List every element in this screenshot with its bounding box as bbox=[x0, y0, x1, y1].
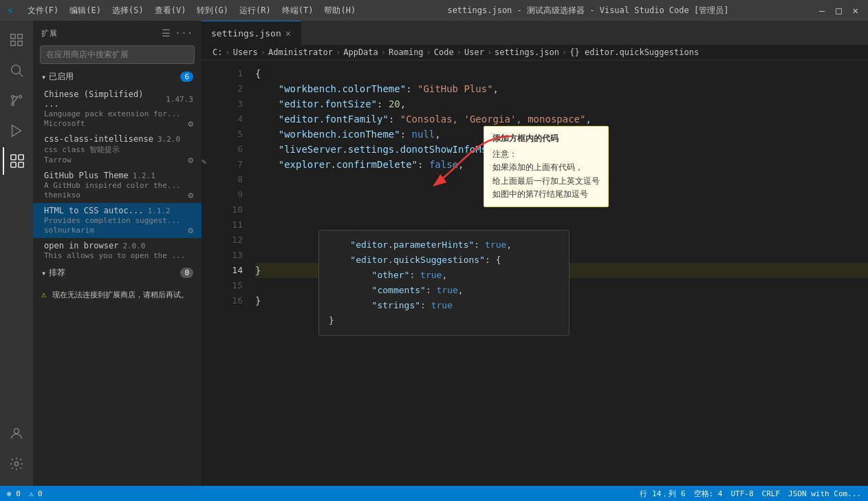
ext-publisher-html-css: solnurkarim bbox=[44, 226, 94, 235]
svg-point-6 bbox=[12, 96, 14, 98]
status-spaces[interactable]: 空格: 4 bbox=[694, 489, 723, 499]
menu-terminal[interactable]: 终端(T) bbox=[278, 3, 318, 18]
menu-file[interactable]: 文件(F) bbox=[23, 3, 63, 18]
svg-rect-16 bbox=[19, 162, 23, 167]
menu-select[interactable]: 选择(S) bbox=[108, 3, 148, 18]
chevron-right-icon: ▾ bbox=[41, 268, 46, 278]
sidebar-title: 扩展 bbox=[41, 28, 57, 39]
enabled-section-header[interactable]: ▾ 已启用 6 bbox=[33, 67, 202, 87]
popup-content: "editor.parameterHints": true, "editor.q… bbox=[319, 231, 569, 335]
ext-item-open-browser[interactable]: open in browser 2.0.0 This allows you to… bbox=[33, 238, 202, 263]
menu-edit[interactable]: 编辑(E) bbox=[65, 3, 105, 18]
line-num-7: 7 bbox=[215, 157, 250, 172]
line-num-5: 5 bbox=[215, 127, 250, 142]
status-language[interactable]: JSON with Com... bbox=[788, 489, 861, 498]
ext-name-github-theme: GitHub Plus Theme bbox=[44, 171, 129, 180]
tab-close-icon[interactable]: ✕ bbox=[285, 28, 291, 39]
ext-publisher-css-class: Tarrow bbox=[44, 156, 72, 164]
menu-goto[interactable]: 转到(G) bbox=[193, 3, 232, 18]
activity-extensions[interactable] bbox=[3, 147, 30, 175]
code-content[interactable]: { "workbench.colorTheme": "GitHub Plus",… bbox=[250, 61, 868, 486]
line-num-3: 3 bbox=[215, 96, 250, 111]
tab-label: settings.json bbox=[211, 28, 281, 39]
line-num-16: 16 bbox=[215, 293, 250, 308]
ext-gear-github-theme[interactable]: ⚙ bbox=[188, 190, 193, 200]
sidebar-header-icons: ☰ ··· bbox=[162, 28, 193, 39]
status-line-ending[interactable]: CRLF bbox=[762, 489, 781, 498]
line-num-1: 1 bbox=[215, 66, 250, 81]
ext-version-css-class: 3.2.0 bbox=[158, 135, 180, 144]
maximize-button[interactable]: □ bbox=[833, 5, 844, 16]
ext-desc-open-browser: This allows you to open the ... bbox=[44, 251, 193, 260]
svg-rect-15 bbox=[11, 162, 16, 167]
sidebar-header: 扩展 ☰ ··· bbox=[33, 21, 202, 43]
svg-point-7 bbox=[19, 96, 22, 98]
activity-account[interactable] bbox=[3, 420, 30, 447]
ext-gear-css-class[interactable]: ⚙ bbox=[188, 155, 193, 165]
enabled-badge: 6 bbox=[180, 72, 193, 82]
ext-name-open-browser: open in browser bbox=[44, 241, 118, 250]
activity-source-control[interactable] bbox=[3, 87, 30, 114]
annotation-box: 添加方框内的代码 注意： 如果添加的上面有代码， 给上面最后一行加上英文逗号 如… bbox=[484, 126, 609, 207]
ext-item-github-theme[interactable]: GitHub Plus Theme 1.2.1 A GitHub inspire… bbox=[33, 168, 202, 203]
ext-desc-chinese: Language pack extension for... bbox=[44, 109, 193, 118]
status-position[interactable]: 行 14，列 6 bbox=[640, 489, 685, 499]
status-errors[interactable]: ⊗ 0 bbox=[7, 489, 21, 498]
svg-point-8 bbox=[12, 103, 14, 106]
annotation-title: 添加方框内的代码 bbox=[492, 132, 600, 145]
activity-debug[interactable] bbox=[3, 117, 30, 145]
annotation-note-label: 注意： bbox=[492, 148, 600, 161]
activity-search[interactable] bbox=[3, 56, 30, 84]
breadcrumb-users[interactable]: Users bbox=[233, 47, 258, 57]
ext-gear-html-css[interactable]: ⚙ bbox=[188, 225, 193, 235]
breadcrumb-admin[interactable]: Administrator bbox=[268, 47, 333, 57]
recommended-section-header[interactable]: ▾ 排荐 0 bbox=[33, 263, 202, 283]
close-button[interactable]: ✕ bbox=[850, 5, 861, 16]
ext-version-chinese: 1.47.3 bbox=[166, 95, 193, 104]
sidebar-more-icon[interactable]: ··· bbox=[175, 28, 193, 39]
code-line-1: { bbox=[255, 66, 868, 81]
line-num-2: 2 bbox=[215, 81, 250, 96]
annotation-note-1: 给上面最后一行加上英文逗号 bbox=[492, 175, 600, 188]
ext-item-html-css[interactable]: HTML to CSS autoc... 1.1.2 Provides comp… bbox=[33, 203, 202, 238]
edit-gutter-icon: ✎ bbox=[202, 157, 206, 167]
svg-line-5 bbox=[19, 73, 23, 76]
breadcrumb-code[interactable]: Code bbox=[434, 47, 454, 57]
svg-rect-14 bbox=[19, 155, 23, 160]
svg-marker-12 bbox=[12, 125, 21, 137]
menu-run[interactable]: 运行(R) bbox=[235, 3, 275, 18]
sidebar-list-icon[interactable]: ☰ bbox=[162, 28, 171, 39]
recommended-label: 排荐 bbox=[49, 267, 65, 279]
svg-point-4 bbox=[12, 65, 21, 74]
ext-name-chinese: Chinese (Simplified) ... bbox=[44, 89, 162, 109]
tab-settings-json[interactable]: settings.json ✕ bbox=[202, 21, 301, 45]
popup-line-6: } bbox=[329, 313, 559, 328]
menu-help[interactable]: 帮助(H) bbox=[320, 3, 360, 18]
ext-item-css-class[interactable]: css-class-intellisense 3.2.0 css class 智… bbox=[33, 131, 202, 168]
titlebar: ⚡ 文件(F) 编辑(E) 选择(S) 查看(V) 转到(G) 运行(R) 终端… bbox=[0, 0, 868, 21]
breadcrumb-roaming[interactable]: Roaming bbox=[389, 47, 424, 57]
ext-gear-chinese[interactable]: ⚙ bbox=[188, 118, 193, 129]
status-encoding[interactable]: UTF-8 bbox=[730, 489, 753, 498]
popup-line-4: "comments": true, bbox=[329, 283, 559, 298]
activity-settings[interactable] bbox=[3, 450, 30, 478]
status-warnings[interactable]: ⚠ 0 bbox=[29, 489, 43, 498]
breadcrumb-settings[interactable]: settings.json bbox=[495, 47, 559, 57]
menu-view[interactable]: 查看(V) bbox=[151, 3, 191, 18]
extension-search-box[interactable]: 在应用商店中搜索扩展 bbox=[40, 45, 195, 64]
warning-section: ⚠ 现在无法连接到扩展商店，请稍后再试。 bbox=[33, 283, 202, 304]
main-layout: 扩展 ☰ ··· 在应用商店中搜索扩展 ▾ 已启用 6 Chinese (Sim… bbox=[0, 21, 868, 486]
minimize-button[interactable]: — bbox=[816, 5, 827, 16]
line-num-14: 14 bbox=[215, 263, 250, 278]
breadcrumb-user[interactable]: User bbox=[464, 47, 484, 57]
annotation-note-0: 如果添加的上面有代码， bbox=[492, 161, 600, 174]
ext-name-html-css: HTML to CSS autoc... bbox=[44, 206, 144, 215]
breadcrumb-appdata[interactable]: AppData bbox=[343, 47, 378, 57]
ext-desc-github-theme: A GitHub inspired color the... bbox=[44, 181, 193, 190]
line-num-10: 10 bbox=[215, 202, 250, 217]
vscode-logo: ⚡ bbox=[7, 4, 14, 17]
activity-explorer[interactable] bbox=[3, 26, 30, 54]
breadcrumb-c[interactable]: C: bbox=[213, 47, 222, 57]
breadcrumb-symbol[interactable]: {} editor.quickSuggestions bbox=[569, 47, 699, 57]
ext-item-chinese[interactable]: Chinese (Simplified) ... 1.47.3 Language… bbox=[33, 87, 202, 131]
